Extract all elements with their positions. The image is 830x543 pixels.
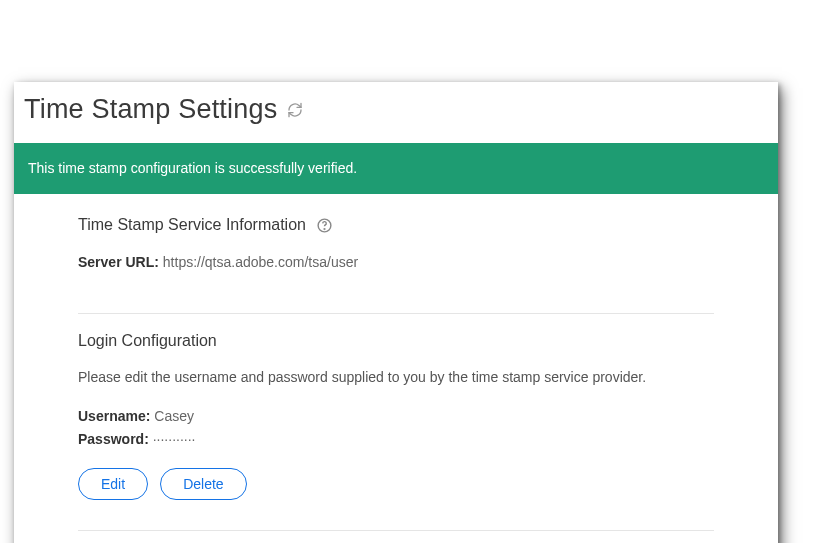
- page-title-row: Time Stamp Settings: [14, 82, 778, 143]
- login-button-row: Edit Delete: [78, 468, 714, 500]
- settings-panel: Time Stamp Settings This time stamp conf…: [14, 82, 778, 543]
- verify-section: Verify Time Stamp Configuration: [78, 530, 714, 543]
- content-area: Time Stamp Service Information Server UR…: [14, 194, 778, 543]
- edit-button[interactable]: Edit: [78, 468, 148, 500]
- password-value: ···········: [153, 431, 196, 447]
- success-message: This time stamp configuration is success…: [28, 160, 357, 176]
- refresh-icon[interactable]: [287, 102, 303, 118]
- username-label: Username:: [78, 408, 150, 424]
- service-info-title: Time Stamp Service Information: [78, 216, 306, 234]
- help-icon[interactable]: [316, 217, 333, 234]
- service-info-section: Time Stamp Service Information Server UR…: [78, 194, 714, 301]
- login-config-header: Login Configuration: [78, 332, 714, 350]
- username-value: Casey: [154, 408, 194, 424]
- server-url-row: Server URL: https://qtsa.adobe.com/tsa/u…: [78, 252, 714, 273]
- server-url-value: https://qtsa.adobe.com/tsa/user: [163, 254, 358, 270]
- password-label: Password:: [78, 431, 149, 447]
- username-row: Username: Casey: [78, 406, 714, 427]
- delete-button[interactable]: Delete: [160, 468, 246, 500]
- login-config-section: Login Configuration Please edit the user…: [78, 313, 714, 526]
- server-url-label: Server URL:: [78, 254, 159, 270]
- login-config-description: Please edit the username and password su…: [78, 368, 714, 388]
- success-banner: This time stamp configuration is success…: [14, 143, 778, 194]
- service-info-header: Time Stamp Service Information: [78, 216, 714, 234]
- svg-point-1: [324, 228, 325, 229]
- login-config-title: Login Configuration: [78, 332, 217, 350]
- page-title: Time Stamp Settings: [24, 94, 277, 125]
- password-row: Password: ···········: [78, 429, 714, 450]
